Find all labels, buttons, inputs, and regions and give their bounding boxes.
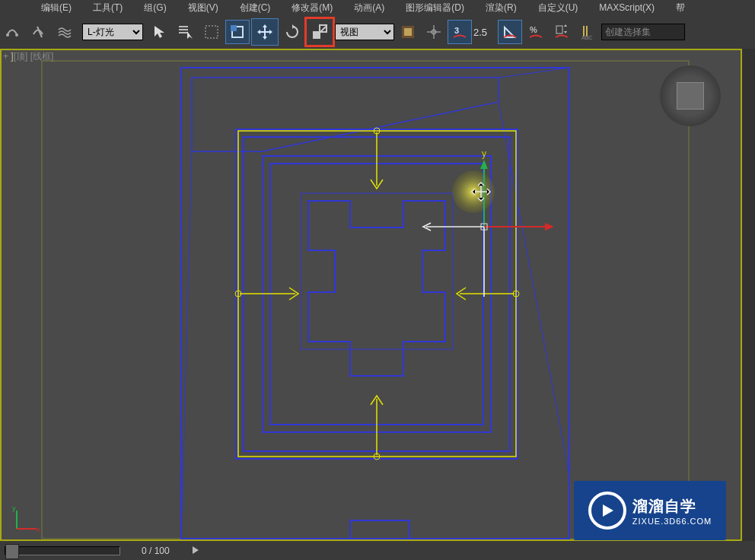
timeline-forward-button[interactable] — [191, 546, 202, 556]
svg-point-1 — [15, 33, 18, 37]
view-cube-face-top[interactable] — [677, 82, 704, 110]
svg-text:%: % — [530, 25, 537, 34]
angle-snap-button[interactable] — [498, 20, 522, 44]
time-slider[interactable] — [5, 546, 120, 555]
marquee-icon — [203, 24, 220, 40]
angle-snap-icon — [502, 24, 518, 40]
menu-maxscript[interactable]: MAXScript(X) — [588, 2, 665, 13]
gizmo-y-label: y — [482, 148, 486, 159]
play-icon — [191, 546, 200, 555]
viewport-scene-svg: y — [0, 49, 742, 541]
unlink-button[interactable] — [27, 20, 52, 44]
ref-coord-system-dropdown[interactable]: 视图 — [335, 24, 394, 40]
svg-rect-8 — [231, 25, 237, 31]
main-toolbar: L-灯光 视图 3 2.5 % ABC — [0, 15, 755, 49]
angle-snap-value: 2.5 — [473, 27, 496, 38]
scale-icon — [311, 23, 329, 41]
command-panel[interactable] — [742, 49, 755, 541]
svg-rect-5 — [179, 32, 188, 33]
time-slider-knob[interactable] — [5, 544, 19, 559]
frame-indicator: 0 / 100 — [142, 546, 170, 556]
menu-group[interactable]: 组(G) — [133, 2, 177, 14]
move-icon — [256, 23, 274, 41]
select-by-name-button[interactable] — [174, 20, 198, 44]
named-sel-icon: ABC — [579, 24, 596, 40]
svg-rect-4 — [179, 29, 188, 30]
svg-rect-18 — [556, 26, 562, 33]
spinner-snap-icon — [553, 24, 570, 40]
svg-rect-20 — [1, 49, 741, 540]
window-crossing-icon — [229, 24, 246, 40]
menu-view[interactable]: 视图(V) — [177, 2, 229, 14]
spinner-snap-button[interactable] — [550, 20, 574, 44]
transform-gizmo[interactable]: y — [423, 148, 554, 297]
spacewarp-icon — [57, 24, 74, 40]
svg-line-24 — [181, 151, 192, 539]
svg-rect-21 — [42, 61, 689, 539]
percent-snap-icon: % — [527, 24, 544, 40]
menu-custom[interactable]: 自定义(U) — [527, 2, 589, 14]
menu-create[interactable]: 创建(C) — [229, 2, 282, 14]
menu-edit[interactable]: 编辑(E) — [30, 2, 82, 14]
selection-filter-dropdown[interactable]: L-灯光 — [82, 24, 143, 40]
use-pivot-center-button[interactable] — [396, 20, 420, 44]
percent-snap-button[interactable]: % — [524, 20, 548, 44]
view-cube[interactable] — [660, 65, 721, 126]
svg-text:ABC: ABC — [581, 35, 592, 40]
selection-region-button[interactable] — [199, 20, 224, 44]
svg-line-23 — [499, 102, 569, 475]
select-and-move-button[interactable] — [251, 18, 279, 46]
manipulate-icon — [425, 24, 442, 40]
snap-toggle-button[interactable]: 3 — [448, 20, 472, 44]
select-and-rotate-button[interactable] — [280, 20, 304, 44]
named-selection-set-input[interactable] — [601, 24, 685, 40]
list-cursor-icon — [177, 24, 194, 40]
select-and-scale-button[interactable] — [306, 18, 333, 46]
svg-text:3: 3 — [454, 26, 459, 35]
axis-tripod-icon: y x — [11, 504, 41, 535]
unlink-icon — [31, 24, 48, 40]
svg-text:y: y — [12, 504, 16, 512]
svg-rect-12 — [404, 28, 412, 36]
menu-render[interactable]: 渲染(R) — [475, 2, 527, 14]
cursor-icon — [151, 24, 168, 40]
menu-bar: 编辑(E) 工具(T) 组(G) 视图(V) 创建(C) 修改器(M) 动画(A… — [0, 0, 755, 15]
svg-line-22 — [499, 68, 569, 78]
pivot-icon — [400, 24, 416, 40]
svg-rect-28 — [270, 164, 483, 425]
menu-graph[interactable]: 图形编辑器(D) — [395, 2, 475, 14]
window-crossing-button[interactable] — [225, 20, 250, 44]
bind-spacewarp-button[interactable] — [53, 20, 78, 44]
select-object-button[interactable] — [148, 20, 172, 44]
link-icon — [5, 24, 22, 40]
svg-rect-6 — [205, 26, 218, 38]
svg-text:x: x — [37, 526, 40, 533]
svg-point-0 — [6, 33, 9, 37]
select-and-manipulate-button[interactable] — [422, 20, 446, 44]
menu-tools[interactable]: 工具(T) — [82, 2, 133, 14]
link-button[interactable] — [2, 20, 26, 44]
rotate-icon — [284, 24, 301, 40]
time-track-bar: 0 / 100 — [0, 541, 755, 560]
menu-help[interactable]: 帮 — [665, 2, 696, 14]
edit-named-selections-button[interactable]: ABC — [575, 20, 600, 44]
menu-modify[interactable]: 修改器(M) — [281, 2, 343, 14]
menu-anim[interactable]: 动画(A) — [343, 2, 395, 14]
svg-rect-3 — [179, 26, 188, 27]
viewport-top[interactable]: + ][顶] [线框] — [0, 49, 742, 541]
snap-3-icon: 3 — [451, 24, 468, 40]
